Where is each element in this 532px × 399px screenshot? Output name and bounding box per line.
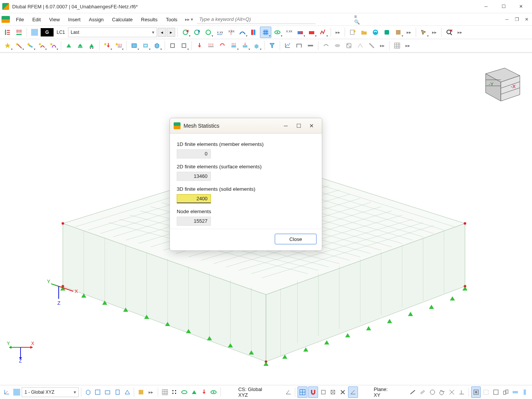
prev-loadcase-button[interactable]: ◂ [158, 28, 166, 37]
contour-grid-icon[interactable] [260, 27, 271, 38]
minimize-button[interactable]: ─ [477, 0, 495, 13]
palette-icon[interactable] [29, 27, 40, 38]
snap-tangent-icon[interactable] [438, 387, 447, 397]
close-button[interactable]: Close [275, 234, 317, 244]
opt6-icon[interactable] [521, 387, 530, 397]
load-solid-icon[interactable] [251, 40, 262, 51]
maximize-button[interactable]: ☐ [495, 0, 512, 13]
grid-settings-icon[interactable] [392, 40, 402, 51]
child-restore-icon[interactable]: ❐ [513, 16, 521, 23]
align-left-icon[interactable] [2, 27, 13, 38]
opt5-icon[interactable] [511, 387, 520, 397]
surface-icon[interactable] [129, 40, 139, 51]
view-front-icon[interactable] [103, 387, 112, 397]
misc3-icon[interactable] [355, 40, 366, 51]
frame-icon[interactable] [294, 40, 304, 51]
close-window-button[interactable]: ✕ [512, 0, 530, 13]
snap-circle-icon[interactable] [428, 387, 437, 397]
node-set-icon[interactable] [36, 40, 47, 51]
view-iso-icon[interactable] [84, 387, 93, 397]
library-icon[interactable] [393, 27, 404, 38]
support-3-icon[interactable] [86, 40, 97, 51]
open-icon[interactable] [359, 27, 369, 38]
view-side-icon[interactable] [113, 387, 122, 397]
search-input[interactable] [197, 15, 315, 24]
graph-icon[interactable] [282, 40, 293, 51]
beam-icon[interactable] [305, 40, 316, 51]
surface-gradient-icon[interactable] [295, 27, 306, 38]
opt2-icon[interactable] [481, 387, 491, 397]
section-icon[interactable] [167, 40, 178, 51]
toolbar1c-overflow-icon[interactable]: ▸▸ [430, 30, 439, 35]
visibility-arrow-icon[interactable] [203, 27, 214, 38]
snap-perp-icon[interactable] [457, 387, 466, 397]
load-free-icon[interactable] [240, 40, 250, 51]
snap-magnet-icon[interactable] [308, 386, 318, 398]
filter-icon[interactable] [267, 40, 277, 51]
cs-select[interactable]: 1 - Global XYZ [22, 387, 79, 397]
snap-grid-icon[interactable] [298, 386, 307, 398]
deformation-icon[interactable] [237, 27, 248, 38]
load-line-icon[interactable] [113, 40, 124, 51]
menu-insert[interactable]: Insert [64, 14, 84, 25]
dialog-titlebar[interactable]: Mesh Statistics ─ ☐ ✕ [170, 118, 322, 134]
advanced-search-icon[interactable]: ≡🔍 [354, 16, 362, 23]
find-delete-icon[interactable] [444, 27, 454, 38]
diagram-icon[interactable] [318, 27, 328, 38]
select-cursor-icon[interactable] [418, 27, 429, 38]
menu-overflow-icon[interactable]: ▸▸ ▾ [182, 17, 196, 22]
dialog-close-button[interactable]: ✕ [305, 120, 318, 131]
snap-angle-icon[interactable] [348, 386, 358, 398]
node-line-icon[interactable] [14, 40, 24, 51]
menu-assign[interactable]: Assign [85, 14, 108, 25]
toolbar2-overflow-icon[interactable]: ▸▸ [378, 43, 387, 48]
new-model-icon[interactable] [347, 27, 358, 38]
dice-icon[interactable] [344, 40, 354, 51]
dialog-maximize-button[interactable]: ☐ [292, 120, 305, 131]
child-minimize-icon[interactable]: ─ [503, 16, 511, 23]
toolbar2b-overflow-icon[interactable]: ▸▸ [403, 43, 412, 48]
menu-edit[interactable]: Edit [28, 14, 44, 25]
model-viewport[interactable]: X Y Z X Y Z -Y -X Mesh Statistics ─ ☐ ✕ … [0, 53, 532, 385]
status-overflow1-icon[interactable]: ▸▸ [146, 390, 155, 395]
support-2-icon[interactable] [75, 40, 86, 51]
node-member-icon[interactable] [25, 40, 36, 51]
contour-bar-icon[interactable] [249, 27, 259, 38]
misc2-icon[interactable] [332, 40, 343, 51]
align-bottom-icon[interactable] [14, 27, 24, 38]
points-icon[interactable] [170, 387, 179, 397]
menu-tools[interactable]: Tools [162, 14, 181, 25]
menu-view[interactable]: View [45, 14, 63, 25]
node-spline-icon[interactable] [48, 40, 59, 51]
cs-icon[interactable] [2, 387, 11, 397]
view-top-icon[interactable] [93, 387, 103, 397]
opt3-icon[interactable] [491, 387, 500, 397]
support-1-icon[interactable] [63, 40, 74, 51]
menu-calculate[interactable]: Calculate [108, 14, 136, 25]
dim-z-icon[interactable]: x.xx [283, 27, 294, 38]
snap-square-icon[interactable] [319, 387, 328, 397]
toolbar1d-overflow-icon[interactable]: ▸▸ [455, 30, 464, 35]
visibility-delete-icon[interactable] [180, 27, 191, 38]
menu-results[interactable]: Results [137, 14, 161, 25]
misc1-icon[interactable] [321, 40, 331, 51]
misc4-icon[interactable] [366, 40, 377, 51]
snap-parallel-icon[interactable] [418, 387, 427, 397]
navigation-cube[interactable]: -Y -X [474, 59, 524, 108]
surface-stress-icon[interactable] [306, 27, 317, 38]
opt4-icon[interactable] [501, 387, 510, 397]
loadcase-select[interactable]: Last [68, 27, 157, 37]
load-distributed-icon[interactable] [206, 40, 216, 51]
next-loadcase-button[interactable]: ▸ [167, 28, 175, 37]
toolbar1b-overflow-icon[interactable]: ▸▸ [404, 30, 413, 35]
eye2-icon[interactable] [209, 387, 218, 397]
snap-intersect-icon[interactable] [447, 387, 456, 397]
cs-palette-icon[interactable] [12, 387, 21, 397]
dialog-minimize-button[interactable]: ─ [279, 120, 292, 131]
toolbar1-overflow-icon[interactable]: ▸▸ [333, 30, 342, 35]
view-persp-icon[interactable] [123, 387, 132, 397]
cloud-sync-icon[interactable] [370, 27, 381, 38]
supports-toggle-icon[interactable] [190, 387, 199, 397]
angle-icon[interactable] [284, 387, 293, 397]
load-node-icon[interactable] [102, 40, 112, 51]
